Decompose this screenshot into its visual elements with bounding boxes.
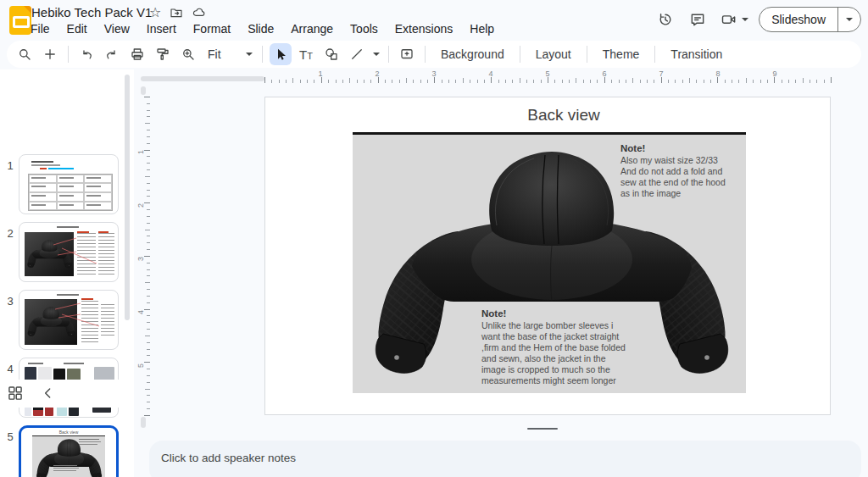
menu-tools[interactable]: Tools (342, 20, 387, 37)
note-bottom-textbox[interactable]: Note! Unlike the large bomber sleeves i … (481, 308, 636, 386)
toolbar-separator (520, 46, 520, 63)
slideshow-button[interactable]: Slideshow (760, 8, 837, 31)
line-tool-button[interactable] (346, 43, 368, 65)
collapse-filmstrip-button[interactable] (40, 385, 57, 402)
print-button[interactable] (126, 43, 148, 65)
jacket-back-image[interactable]: Note! Also my waist size 32/33 And do no… (353, 132, 746, 393)
note-line: ,firm and the Hem of the base folded (481, 342, 636, 353)
h-ruler-number: 5 (543, 69, 552, 78)
theme-button[interactable]: Theme (593, 47, 650, 61)
paint-format-button[interactable] (152, 43, 174, 65)
grid-view-icon (7, 385, 24, 402)
search-menus-button[interactable] (14, 43, 36, 65)
new-slide-button[interactable] (39, 43, 61, 65)
toolbar-separator (388, 46, 389, 63)
h-ruler-number: 8 (714, 69, 722, 78)
menu-format[interactable]: Format (185, 20, 239, 37)
comments-button[interactable] (684, 8, 711, 31)
menu-arrange[interactable]: Arrange (282, 20, 342, 37)
menu-help[interactable]: Help (461, 20, 503, 37)
select-tool-button[interactable] (270, 43, 292, 65)
slide-number: 4 (3, 363, 17, 375)
slideshow-split-button: Slideshow (759, 7, 861, 32)
text-box-tool-button[interactable]: TT (295, 43, 317, 65)
filmstrip-panel: 1 2 3 4 5 6 (0, 69, 134, 477)
menu-insert[interactable]: Insert (138, 20, 185, 37)
menu-edit[interactable]: Edit (58, 20, 96, 37)
version-history-button[interactable] (652, 8, 679, 31)
v-ruler-number: 2 (136, 199, 145, 208)
note-top-textbox[interactable]: Note! Also my waist size 32/33 And do no… (620, 142, 741, 199)
annotation-lines (19, 223, 119, 282)
insert-comment-button[interactable] (396, 43, 418, 65)
add-comment-icon (399, 47, 415, 62)
star-icon[interactable]: ☆ (149, 6, 161, 19)
document-title[interactable]: Hebiko Tech Pack V1 (31, 5, 152, 19)
note-line: want the base of the jacket straight (481, 331, 636, 342)
slide-number: 5 (3, 430, 17, 443)
h-ruler-number: 9 (771, 69, 779, 78)
search-icon (17, 47, 32, 62)
v-ruler-number: 3 (136, 252, 145, 261)
layout-button[interactable]: Layout (526, 47, 581, 61)
menu-view[interactable]: View (96, 20, 138, 37)
undo-button[interactable] (75, 43, 97, 65)
slideshow-dropdown[interactable] (838, 8, 860, 31)
meet-button[interactable] (716, 8, 754, 31)
speaker-notes-panel[interactable]: Click to add speaker notes (149, 441, 861, 477)
video-camera-icon (721, 11, 737, 28)
chevron-down-icon (245, 52, 253, 57)
chevron-down-icon (845, 17, 854, 22)
slide-thumbnail-1[interactable] (19, 154, 119, 214)
slide-number: 1 (3, 159, 17, 172)
slide-canvas[interactable]: Back view Note! Also my waist size 32/33… (264, 97, 831, 415)
speaker-notes-placeholder[interactable]: Click to add speaker notes (161, 452, 296, 464)
print-icon (130, 47, 145, 62)
note-heading: Note! (620, 142, 741, 155)
annotation-lines (19, 291, 119, 350)
toolbar-separator (425, 46, 426, 63)
h-ruler-number: 4 (487, 69, 495, 78)
v-ruler-number: 5 (136, 359, 145, 368)
vertical-ruler: 1 2 3 4 5 (136, 85, 151, 429)
v-ruler-number: 1 (136, 146, 145, 154)
menu-extensions[interactable]: Extensions (387, 20, 461, 37)
move-folder-icon[interactable] (170, 6, 183, 19)
zoom-select[interactable]: Fit (204, 47, 253, 61)
slide-title-textbox[interactable]: Back view (281, 106, 846, 125)
zoom-value: Fit (204, 47, 221, 61)
grid-view-button[interactable] (7, 385, 24, 402)
zoom-button[interactable] (177, 43, 199, 65)
menu-slide[interactable]: Slide (239, 20, 282, 37)
filmstrip-footer (0, 380, 134, 408)
note-line: Also my waist size 32/33 (620, 155, 741, 166)
toolbar-separator (587, 46, 587, 63)
google-slides-window: Hebiko Tech Pack V1 ☆ File Edit View Ins… (0, 0, 868, 477)
slide-thumbnail-2[interactable] (19, 222, 119, 282)
note-line: and sewn, also the jacket in the (481, 353, 636, 364)
cloud-saved-icon[interactable] (192, 6, 206, 19)
cursor-arrow-icon (273, 47, 288, 62)
note-line: sew at the end of the hood (620, 177, 741, 188)
slide-thumbnail-3[interactable] (19, 290, 119, 350)
notes-resize-handle[interactable] (527, 428, 558, 430)
filmstrip-scrollbar[interactable] (125, 75, 130, 320)
redo-button[interactable] (101, 43, 123, 65)
toolbar-separator (262, 46, 263, 63)
slide-thumbnail-5-selected[interactable]: Back view (19, 425, 119, 477)
slide-number: 3 (3, 295, 17, 308)
menu-file[interactable]: File (22, 20, 58, 37)
paint-roller-icon (155, 47, 170, 62)
chevron-down-icon (741, 17, 749, 22)
chevron-down-icon[interactable] (372, 52, 381, 57)
transition-button[interactable]: Transition (660, 47, 732, 61)
note-line: image is cropped to much so the (481, 364, 636, 375)
zoom-in-icon (181, 47, 196, 62)
background-button[interactable]: Background (431, 47, 515, 61)
text-box-icon: TT (299, 47, 313, 62)
note-line: as in the image (620, 188, 741, 199)
horizontal-ruler: 1 2 3 4 5 6 7 8 9 (136, 69, 868, 84)
shapes-icon (324, 47, 339, 62)
shape-tool-button[interactable] (320, 43, 342, 65)
line-icon (349, 47, 364, 62)
